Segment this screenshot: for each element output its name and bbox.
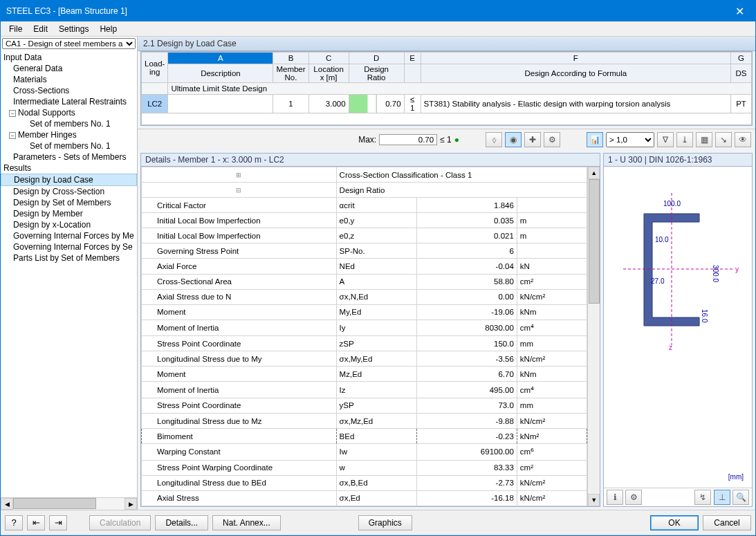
tool-goto-icon[interactable]: ↘ xyxy=(715,132,732,147)
unit-label: [mm] xyxy=(728,473,744,481)
details-row[interactable]: Axial Stressσx,Ed-16.18kN/cm² xyxy=(142,490,587,506)
scroll-thumb[interactable] xyxy=(589,179,600,304)
calculation-button[interactable]: Calculation xyxy=(89,515,151,530)
max-value-input[interactable] xyxy=(379,134,437,145)
cs-dim-icon[interactable]: ⊥ xyxy=(714,490,730,505)
menu-edit[interactable]: Edit xyxy=(28,23,53,35)
tree-gov-forces-se[interactable]: Governing Internal Forces by Se xyxy=(1,241,137,252)
cs-zoom-icon[interactable]: 🔍 xyxy=(732,490,749,505)
menu-settings[interactable]: Settings xyxy=(53,23,94,35)
scroll-up-icon[interactable]: ▲ xyxy=(588,167,600,179)
cell-lc[interactable]: LC2 xyxy=(142,95,168,113)
app-title: STEEL EC3 - [Beam Structure 1] xyxy=(6,6,127,16)
tool-filter2-icon[interactable]: ∇ xyxy=(657,132,674,147)
scroll-down-icon[interactable]: ▼ xyxy=(588,494,600,506)
tree-gov-forces-me[interactable]: Governing Internal Forces by Me xyxy=(1,230,137,241)
scroll-thumb[interactable] xyxy=(13,498,96,509)
tree-design-member[interactable]: Design by Member xyxy=(1,208,137,219)
details-row[interactable]: MomentMy,Ed-19.06kNm xyxy=(142,304,587,320)
tree-results[interactable]: Results xyxy=(1,163,137,174)
tool-chart-icon[interactable]: 📊 xyxy=(587,132,603,147)
scroll-left-icon[interactable]: ◀ xyxy=(1,498,13,510)
tool-filter-icon[interactable]: ⚙ xyxy=(544,132,560,147)
details-row[interactable]: Stress Point CoordinateySP73.0mm xyxy=(142,398,587,413)
nat-annex-button[interactable]: Nat. Annex... xyxy=(212,515,281,530)
details-row[interactable]: Cross-Sectional AreaA58.80cm² xyxy=(142,274,587,289)
tree-general-data[interactable]: General Data xyxy=(1,63,137,74)
tree-design-load-case[interactable]: Design by Load Case xyxy=(1,174,137,186)
ratio-filter-select[interactable]: > 1,0 xyxy=(606,132,654,147)
tool-selection-icon[interactable]: ⎀ xyxy=(486,132,502,147)
tree-nodal-set1[interactable]: Set of members No. 1 xyxy=(1,118,137,129)
tree-params[interactable]: Parameters - Sets of Members xyxy=(1,151,137,163)
details-row[interactable]: Stress Point Warping Coordinatew83.33cm² xyxy=(142,460,587,475)
collapse-icon[interactable]: − xyxy=(9,110,16,117)
cancel-button[interactable]: Cancel xyxy=(703,515,751,530)
tree-nodal-supports[interactable]: −Nodal Supports xyxy=(1,107,137,118)
result-row[interactable]: LC2 1 3.000 0.70 ≤ 1 ST381) Stability an… xyxy=(142,95,752,113)
axis-z-label: z xyxy=(669,344,672,351)
details-row[interactable]: Axial ForceNEd-0.04kN xyxy=(142,259,587,274)
cs-info-icon[interactable]: ℹ xyxy=(607,490,623,505)
details-row[interactable]: Axial Stress due to Nσx,N,Ed0.00kN/cm² xyxy=(142,289,587,304)
ok-button[interactable]: OK xyxy=(650,515,699,530)
details-row[interactable]: Initial Local Bow Imperfectione0,z0.021m xyxy=(142,228,587,243)
max-label: Max: xyxy=(358,135,376,145)
details-table[interactable]: ⊞Cross-Section Classification - Class 1 … xyxy=(141,167,587,506)
group-uls: Ultimate Limit State Design xyxy=(168,83,752,95)
tool-plus-icon[interactable]: ✚ xyxy=(524,132,541,147)
tool-eye-icon[interactable]: 👁 xyxy=(735,132,751,147)
cs-drawing: 100.0 10.0 300.0 27.0 16.0 y z [mm] xyxy=(609,172,746,482)
details-header: Details - Member 1 - x: 3.000 m - LC2 xyxy=(141,154,600,167)
tree-hinges-set1[interactable]: Set of members No. 1 xyxy=(1,140,137,151)
tree-design-cross-section[interactable]: Design by Cross-Section xyxy=(1,186,137,197)
graphics-button[interactable]: Graphics xyxy=(358,515,412,530)
tree-cross-sections[interactable]: Cross-Sections xyxy=(1,85,137,96)
tree-hscroll[interactable]: ◀ ▶ xyxy=(1,497,137,510)
details-row[interactable]: Initial Local Bow Imperfectione0,y0.035m xyxy=(142,213,587,228)
details-row[interactable]: Warping ConstantIw69100.00cm⁶ xyxy=(142,444,587,460)
check-ok-icon: ● xyxy=(454,135,459,145)
results-grid[interactable]: Load- ing A B C D E F G Description Memb… xyxy=(140,51,753,126)
section-title: 2.1 Design by Load Case xyxy=(138,37,755,51)
module-select[interactable]: CA1 - Design of steel members a xyxy=(2,38,136,49)
tool-export-icon[interactable]: ⤓ xyxy=(676,132,693,147)
axis-y-label: y xyxy=(735,266,739,273)
tool-view-icon[interactable]: ◉ xyxy=(505,132,522,147)
menu-help[interactable]: Help xyxy=(94,23,122,35)
details-row[interactable]: Moment of InertiaIz495.00cm⁴ xyxy=(142,382,587,398)
tree-parts-list[interactable]: Parts List by Set of Members xyxy=(1,252,137,264)
details-vscroll[interactable]: ▲ ▼ xyxy=(587,167,600,506)
tree-member-hinges[interactable]: −Member Hinges xyxy=(1,129,137,140)
details-button[interactable]: Details... xyxy=(155,515,208,530)
details-row[interactable]: MomentMz,Ed6.70kNm xyxy=(142,367,587,382)
expand-icon[interactable]: ⊞ xyxy=(142,167,337,183)
tree-design-x-location[interactable]: Design by x-Location xyxy=(1,219,137,230)
help-icon[interactable]: ? xyxy=(5,515,23,530)
tree-design-set-members[interactable]: Design by Set of Members xyxy=(1,197,137,208)
details-row[interactable]: Longitudinal Stress due to Myσx,My,Ed-3.… xyxy=(142,351,587,367)
svg-rect-2 xyxy=(644,214,652,326)
next-icon[interactable]: ⇥ xyxy=(49,515,67,530)
tree-input-data[interactable]: Input Data xyxy=(1,52,137,63)
close-icon[interactable]: ✕ xyxy=(730,5,750,18)
tool-excel-icon[interactable]: ▦ xyxy=(696,132,712,147)
details-row[interactable]: Critical Factorαcrit1.846 xyxy=(142,198,587,213)
col-loading: Load- ing xyxy=(142,53,168,83)
scroll-right-icon[interactable]: ▶ xyxy=(125,498,137,510)
details-row[interactable]: Stress Point CoordinatezSP150.0mm xyxy=(142,336,587,351)
tree-ilr[interactable]: Intermediate Lateral Restraints xyxy=(1,96,137,107)
details-row[interactable]: Longitudinal Stress due to Mzσx,Mz,Ed-9.… xyxy=(142,414,587,429)
prev-icon[interactable]: ⇤ xyxy=(27,515,45,530)
tree-materials[interactable]: Materials xyxy=(1,74,137,85)
details-row[interactable]: Governing Stress PointSP-No.6 xyxy=(142,243,587,259)
cs-props-icon[interactable]: ⚙ xyxy=(625,490,642,505)
collapse-icon[interactable]: ⊟ xyxy=(142,183,337,198)
menu-file[interactable]: File xyxy=(3,23,28,35)
details-row[interactable]: Longitudinal Stress due to BEdσx,B,Ed-2.… xyxy=(142,475,587,490)
cs-title: 1 - U 300 | DIN 1026-1:1963 xyxy=(604,154,752,167)
details-row[interactable]: Moment of InertiaIy8030.00cm⁴ xyxy=(142,320,587,335)
details-row[interactable]: BimomentBEd-0.23kNm² xyxy=(142,429,587,444)
collapse-icon[interactable]: − xyxy=(9,132,16,139)
cs-axes-icon[interactable]: ↯ xyxy=(694,490,711,505)
